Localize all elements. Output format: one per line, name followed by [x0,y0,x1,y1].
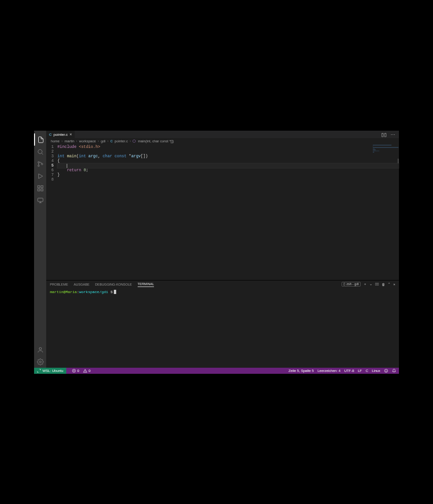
kill-terminal-icon[interactable]: 🗑 [382,283,385,286]
terminal-body[interactable]: martin@Maria:workspace/gdi $ [46,288,399,368]
svg-point-0 [38,149,42,154]
status-remote[interactable]: WSL: Ubuntu [34,368,66,374]
close-panel-icon[interactable]: × [393,283,395,286]
code-line[interactable] [57,177,399,182]
tab-actions: ▯▯ ⋯ [381,131,399,138]
code-line[interactable] [57,163,399,168]
symbol-icon: ⬡ [133,139,136,143]
code-line[interactable]: return 0; [57,168,399,173]
panel-tab-problems[interactable]: PROBLEME [50,282,68,287]
terminal-user: martin [50,290,63,294]
svg-rect-7 [41,185,42,187]
breadcrumb-segment[interactable]: martin [64,139,74,143]
terminal-dropdown-icon[interactable]: ⌄ [370,282,372,286]
line-gutter: 12345678 [46,145,57,280]
close-tab-icon[interactable]: × [70,132,72,137]
code-line[interactable] [57,149,399,154]
svg-marker-5 [38,174,42,178]
terminal-shell-label[interactable]: ▯ zsh - gdi [342,282,360,287]
vscode-window: C pointer.c × ▯▯ ⋯ home›martin›workspace… [34,131,399,374]
svg-rect-10 [37,198,42,202]
panel-tab-debug[interactable]: DEBUGGING-KONSOLE [95,282,132,287]
svg-point-20 [384,369,388,372]
account-icon[interactable] [34,343,46,356]
remote-explorer-icon[interactable] [34,194,46,206]
status-language[interactable]: C [366,369,368,373]
breadcrumb-segment[interactable]: workspace [79,139,96,143]
maximize-panel-icon[interactable]: ⌃ [388,282,391,286]
tab-bar: C pointer.c × ▯▯ ⋯ [46,131,399,138]
status-encoding[interactable]: UTF-8 [344,369,354,373]
breadcrumb[interactable]: home›martin›workspace›gdi›C pointer.c›⬡ … [46,138,399,144]
run-debug-icon[interactable] [34,170,46,182]
breadcrumb-segment[interactable]: gdi [101,139,105,143]
activity-bar [34,131,46,368]
split-editor-icon[interactable]: ▯▯ [381,132,387,137]
status-eol[interactable]: LF [358,369,362,373]
panel-tab-output[interactable]: AUSGABE [74,282,90,287]
status-bell-icon[interactable] [392,369,396,373]
status-errors[interactable]: 0 [72,369,79,373]
split-terminal-icon[interactable]: ▯▯ [375,282,379,286]
code-line[interactable]: #include <stdio.h> [57,145,399,149]
code-line[interactable]: { [57,159,399,163]
editor-group: C pointer.c × ▯▯ ⋯ home›martin›workspace… [46,131,399,280]
code-line[interactable]: int main(int argc, char const *argv[]) [57,154,399,159]
terminal-path: workspace/gdi [79,290,108,294]
svg-point-13 [39,347,42,350]
svg-point-3 [38,165,39,166]
tab-pointer-c[interactable]: C pointer.c × [46,131,75,138]
breadcrumb-file[interactable]: pointer.c [115,139,128,143]
terminal-cursor [114,290,116,294]
status-warnings[interactable]: 0 [83,369,91,373]
breadcrumb-segment[interactable]: home [51,139,60,143]
terminal-host: Maria [66,290,77,294]
new-terminal-icon[interactable]: ＋ [363,282,367,287]
c-lang-icon: C [110,140,112,143]
text-cursor [67,164,67,168]
minimap[interactable] [373,145,397,163]
svg-rect-6 [37,185,39,187]
code-line[interactable]: } [57,173,399,177]
search-icon[interactable] [34,146,46,158]
overview-ruler[interactable] [398,159,399,163]
c-lang-icon: C [49,133,52,137]
svg-point-2 [38,161,39,163]
status-bar: WSL: Ubuntu 0 0 Zeile 5, Spalte 5 Leerze… [34,368,399,374]
explorer-icon[interactable] [34,133,46,146]
status-cursor-pos[interactable]: Zeile 5, Spalte 5 [288,369,314,373]
panel-tabs: PROBLEME AUSGABE DEBUGGING-KONSOLE TERMI… [46,280,399,288]
code-editor[interactable]: 12345678 #include <stdio.h>int main(int … [46,144,399,280]
svg-rect-9 [41,189,42,190]
status-indent[interactable]: Leerzeichen: 4 [317,369,340,373]
svg-line-1 [42,153,43,154]
extensions-icon[interactable] [34,182,46,194]
source-control-icon[interactable] [34,158,46,170]
settings-gear-icon[interactable] [34,356,46,368]
code-area[interactable]: #include <stdio.h>int main(int argc, cha… [57,145,399,280]
status-feedback-icon[interactable] [384,369,388,373]
more-actions-icon[interactable]: ⋯ [391,132,395,137]
svg-rect-8 [37,189,39,190]
tab-filename: pointer.c [54,133,68,137]
status-os[interactable]: Linux [372,369,380,373]
panel-tab-terminal[interactable]: TERMINAL [138,281,154,287]
bottom-panel: PROBLEME AUSGABE DEBUGGING-KONSOLE TERMI… [46,280,399,368]
terminal-prompt: $ [111,290,113,294]
breadcrumb-symbol[interactable]: main(int, char const *[]) [138,139,174,143]
svg-point-14 [39,361,41,363]
